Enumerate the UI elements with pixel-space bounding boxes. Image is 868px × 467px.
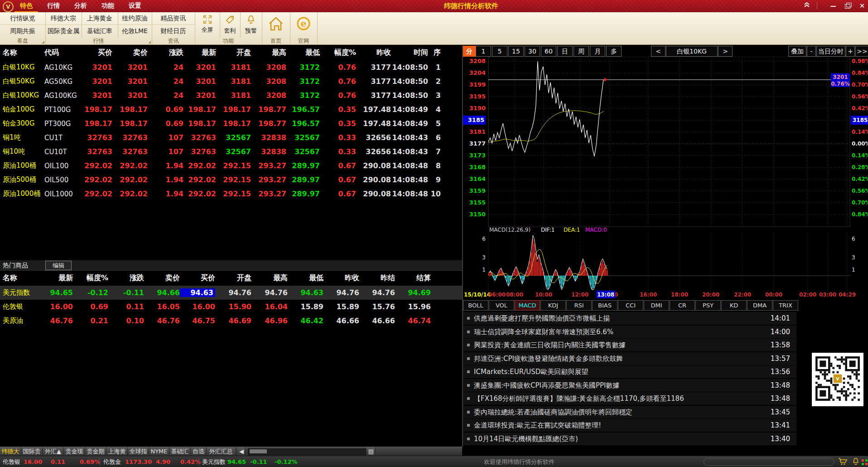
period-button-分[interactable]: 分 [463,46,476,57]
indicator-tab-DMA[interactable]: DMA [747,300,772,311]
quotes-header-昨收[interactable]: 昨收 [356,48,391,58]
close-button[interactable]: ✕ [856,1,868,10]
indicator-tab-BIAS[interactable]: BIAS [592,300,617,311]
bottom-tab-基础汇[interactable]: 基础汇 [169,447,191,456]
toolbar-button[interactable]: 纬德大宗 [45,12,82,25]
quote-row[interactable]: 原油100桶OIL100292.02292.021.94292.02292.15… [0,159,441,173]
period-button-15[interactable]: 15 [508,46,524,57]
news-row[interactable]: 金道環球投資:歐元正在嘗試突破箱體整理!13:41 [463,419,796,432]
zoom-out-button[interactable]: - [807,46,816,57]
indicator-tab-DMI[interactable]: DMI [644,300,669,311]
bottom-tab-上海黄[interactable]: 上海黄 [106,447,128,456]
hot-header-昨结[interactable]: 昨结 [359,273,395,283]
toolbar-button[interactable]: 上海黄金 [82,12,118,25]
category-label-资讯[interactable]: 资讯 [152,38,195,44]
tab-panel-button[interactable]: ▤ [367,447,376,456]
hot-header-名称[interactable]: 名称 [0,273,39,283]
news-row[interactable]: 供應過剩憂慮打壓升勢國際油價亞市微幅上揚14:01 [463,312,796,325]
menu-item-特色[interactable]: 特色 [14,0,38,12]
menu-item-分析[interactable]: 分析 [69,0,92,11]
indicator-tab-CCI[interactable]: CCI [618,300,643,311]
quote-row[interactable]: 原油500桶OIL500292.02292.021.94292.02292.15… [0,173,441,187]
hot-header-结算[interactable]: 结算 [395,273,431,283]
bottom-tab-国际贵[interactable]: 国际贵 [21,447,43,456]
category-label-看盘[interactable]: 看盘 [0,38,46,44]
bottom-tab-自选[interactable]: 自选 [191,447,207,456]
indicator-tab-KD[interactable]: KD [721,300,747,311]
restore-button[interactable] [842,1,854,10]
quote-row[interactable]: 铜1吨CU1T327633276310732763325673283832567… [0,131,441,145]
quotes-header-开盘[interactable]: 开盘 [216,48,251,58]
quote-row[interactable]: 铜10吨CU10T3276332763107327633256732838325… [0,145,441,159]
hot-header-最新[interactable]: 最新 [39,273,73,283]
quote-row[interactable]: 铂金100GPT100G198.17198.170.69198.17198.17… [0,102,441,117]
overlay-button[interactable]: 叠加 [788,46,806,57]
hot-header-开盘[interactable]: 开盘 [215,273,251,283]
indicator-tab-CR[interactable]: CR [670,300,695,311]
news-row[interactable]: 【FX168分析師評選復賽】陳瀚謙:黃金新高企穩1170,多頭看至118613:… [463,392,796,405]
category-label-功能[interactable]: 功能 [195,38,262,44]
period-button-多[interactable]: 多 [606,46,622,57]
category-label-首页[interactable]: 首页 [262,38,290,44]
quotes-header-最新[interactable]: 最新 [183,48,216,58]
quotes-header-时间[interactable]: 时间 [391,48,428,58]
indicator-tab-PSY[interactable]: PSY [695,300,721,311]
symbol-prev-button[interactable]: < [651,46,665,57]
quote-row[interactable]: 白银50KGAG50KG320132012432013181320831720.… [0,74,441,88]
tool-套利[interactable]: 套利 [220,12,241,38]
quotes-header-代码[interactable]: 代码 [44,48,77,58]
period-button-60[interactable]: 60 [541,46,556,57]
edit-button[interactable]: 编辑 [45,261,72,270]
bottom-tab-全球指[interactable]: 全球指 [128,447,149,456]
quotes-header-名称[interactable]: 名称 [0,48,44,58]
category-label-行情[interactable]: 行情 [45,38,152,44]
website-button[interactable]: e [290,12,318,38]
hot-header-最高[interactable]: 最高 [251,273,288,283]
symbol-select[interactable]: 白银10KG [666,46,718,57]
quotes-header-卖价[interactable]: 卖价 [112,48,148,58]
quotes-header-买价[interactable]: 买价 [77,48,112,58]
quotes-header-最低[interactable]: 最低 [286,48,320,58]
indicator-tab-BOLL[interactable]: BOLL [463,300,488,311]
bottom-tab-外汇汇总[interactable]: 外汇汇总 [207,447,236,456]
quotes-header-最高[interactable]: 最高 [251,48,286,58]
quotes-header-幅度%[interactable]: 幅度% [320,48,356,58]
toolbar-button[interactable]: 伦敦LME [118,25,152,37]
bottom-tab-外汇▲[interactable]: 外汇▲ [43,447,64,456]
news-row[interactable]: 委內瑞拉總統:若產油國磋商協調油價明年將回歸穩定13:45 [463,406,796,419]
tab-scrollbar-thumb[interactable] [250,449,267,453]
collapse-chevrons-icon[interactable] [801,1,813,10]
period-button-5[interactable]: 5 [492,46,507,57]
period-button-30[interactable]: 30 [525,46,540,57]
hot-header-幅度%[interactable]: 幅度% [73,273,108,283]
market-grid-icon[interactable] [862,458,868,467]
quote-row[interactable]: 白银100KGAG100KG32013201243201318132083172… [0,88,441,102]
period-button-周[interactable]: 周 [574,46,589,57]
home-button[interactable] [262,12,290,38]
toolbar-button[interactable]: 纽约原油 [118,12,152,25]
symbol-next-button[interactable]: > [718,46,733,57]
toolbar-button[interactable]: 周期共振 [0,25,45,37]
news-row[interactable]: 瑞士信貸調降全球家庭財富年增速預測至6.6%14:00 [463,326,796,339]
hot-header-买价[interactable]: 买价 [180,273,215,283]
more-button[interactable]: >> [855,46,868,57]
category-label-官网[interactable]: 官网 [290,38,318,44]
toolbar-button[interactable]: 国际贵金属 [45,25,82,37]
quotes-header-序[interactable]: 序 [428,48,441,58]
hot-header-涨跌[interactable]: 涨跌 [108,273,144,283]
quotes-header-涨跌[interactable]: 涨跌 [148,48,183,58]
zoom-in-button[interactable]: + [846,46,855,57]
news-row[interactable]: 澳盛集團:中國疲軟CPI再添憂思聚焦美國PPI數據13:48 [463,379,796,392]
cart-icon[interactable] [838,457,848,467]
quote-row[interactable]: 原油1000桶OIL1000292.02292.021.94292.02292.… [0,187,441,201]
bottom-tab-纬德大[interactable]: 纬德大 [0,447,21,456]
period-button-月[interactable]: 月 [590,46,605,57]
indicator-tab-KDJ[interactable]: KDJ [540,300,566,311]
hot-header-昨收[interactable]: 昨收 [323,273,359,283]
bottom-tab-贵金期[interactable]: 贵金期 [85,447,106,456]
toolbar-button[interactable]: 行情纵览 [0,12,45,25]
news-row[interactable]: 10月14日歐元機構觀點匯總(亞市)13:40 [463,433,796,446]
news-row[interactable]: 興業投資:黃金連續三日收陽日內關注美國零售數據13:58 [463,339,796,352]
indicator-tab-VOL[interactable]: VOL [489,300,514,311]
quote-row[interactable]: 铂金300GPT300G198.17198.170.69198.17198.17… [0,117,441,131]
